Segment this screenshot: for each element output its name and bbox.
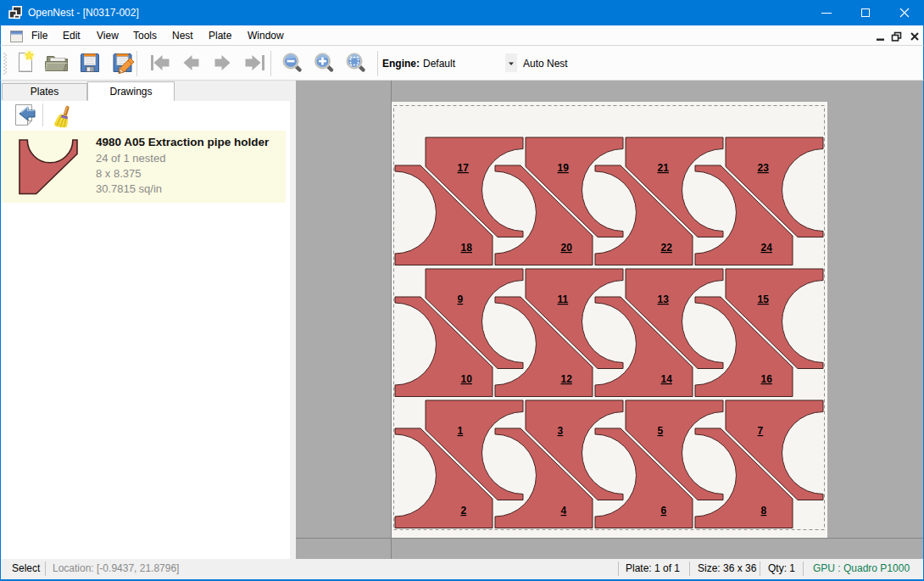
svg-text:17: 17 (458, 162, 470, 174)
svg-text:13: 13 (658, 293, 670, 305)
svg-text:9: 9 (458, 293, 464, 305)
svg-text:7: 7 (758, 425, 764, 437)
svg-text:8: 8 (761, 505, 767, 517)
svg-text:3: 3 (558, 425, 564, 437)
svg-text:6: 6 (661, 505, 667, 517)
svg-text:16: 16 (761, 373, 773, 385)
svg-text:18: 18 (461, 242, 473, 254)
svg-text:19: 19 (558, 162, 570, 174)
svg-text:4: 4 (561, 505, 567, 517)
svg-text:2: 2 (461, 505, 467, 517)
svg-text:24: 24 (761, 242, 773, 254)
svg-text:14: 14 (661, 373, 673, 385)
svg-text:22: 22 (661, 242, 673, 254)
svg-text:15: 15 (758, 293, 770, 305)
svg-text:10: 10 (461, 373, 473, 385)
svg-text:1: 1 (458, 425, 464, 437)
svg-text:23: 23 (758, 162, 770, 174)
svg-text:12: 12 (561, 373, 573, 385)
svg-text:5: 5 (658, 425, 664, 437)
svg-text:20: 20 (561, 242, 573, 254)
svg-text:21: 21 (658, 162, 670, 174)
svg-text:11: 11 (558, 293, 569, 305)
